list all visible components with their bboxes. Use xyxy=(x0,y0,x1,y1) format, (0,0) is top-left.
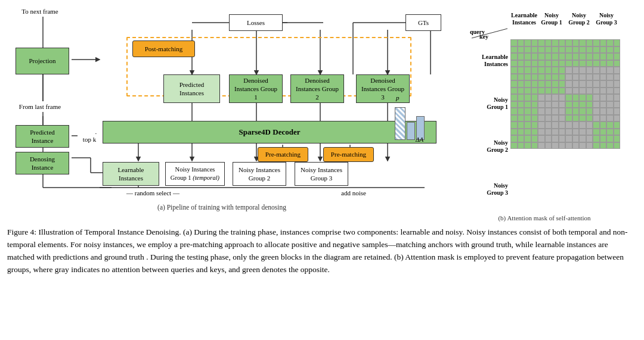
grid-cell xyxy=(545,60,552,67)
grid-cell xyxy=(572,67,580,74)
pre-matching2-box: Pre-matching xyxy=(323,147,374,162)
grid-cell xyxy=(600,60,607,67)
grid-cell xyxy=(600,67,607,74)
grid-cell xyxy=(559,121,566,129)
grid-cell xyxy=(524,129,531,136)
grid-cell xyxy=(593,142,600,149)
grid-cell xyxy=(593,74,600,81)
grid-cell xyxy=(510,74,518,81)
diagram-caption: (a) Pipeline of training with temporal d… xyxy=(7,204,436,211)
grid-cell xyxy=(600,46,607,54)
grid-cell xyxy=(538,94,545,101)
top-k-label: top k xyxy=(78,134,101,145)
grid-cell xyxy=(579,108,586,115)
predicted-instance-left-box: Predicted Instance xyxy=(16,125,69,148)
grid-cell xyxy=(606,60,614,67)
grid-cell xyxy=(531,67,538,74)
grid-cell xyxy=(614,101,621,108)
grid-cell xyxy=(572,74,580,81)
grid-cell xyxy=(524,108,531,115)
from-last-frame-label: From last frame xyxy=(13,101,67,112)
grid-cell xyxy=(600,115,607,122)
grid-cell xyxy=(593,39,600,46)
grid-cell xyxy=(614,142,621,149)
grid-cell xyxy=(559,142,566,149)
grid-cell xyxy=(545,46,552,54)
grid-cell xyxy=(545,135,552,142)
grid-cell xyxy=(606,142,614,149)
grid-cell xyxy=(518,74,525,81)
grid-cell xyxy=(531,121,538,129)
grid-cell xyxy=(531,94,538,101)
grid-cell xyxy=(579,142,586,149)
grid-cell xyxy=(545,88,552,95)
grid-cell xyxy=(552,121,559,129)
grid-cell xyxy=(524,101,531,108)
grid-cell xyxy=(559,115,566,122)
grid-cell xyxy=(531,88,538,95)
grid-cell xyxy=(586,101,593,108)
grid-cell xyxy=(579,60,586,67)
grid-cell xyxy=(565,121,572,129)
grid-cell xyxy=(559,108,566,115)
grid-cell xyxy=(593,129,600,136)
grid-cell xyxy=(552,46,559,54)
grid-cell xyxy=(538,80,545,88)
delta-a-label: ΔA xyxy=(416,136,423,143)
grid-cell xyxy=(524,39,531,46)
grid-cell xyxy=(510,80,518,88)
grid-cell xyxy=(524,115,531,122)
grid-cell xyxy=(524,80,531,88)
grid-cell xyxy=(518,135,525,142)
grid-cell xyxy=(565,39,572,46)
grid-cell xyxy=(510,67,518,74)
grid-cell xyxy=(518,88,525,95)
grid-cell xyxy=(614,39,621,46)
grid-cell xyxy=(600,74,607,81)
grid-cell xyxy=(559,135,566,142)
grid-cell xyxy=(565,67,572,74)
grid-cell xyxy=(606,108,614,115)
grid-cell xyxy=(586,39,593,46)
grid-cell xyxy=(518,101,525,108)
bar-1 xyxy=(395,107,405,140)
grid-cell xyxy=(586,129,593,136)
grid-cell xyxy=(614,121,621,129)
grid-cell xyxy=(572,101,580,108)
grid-cell xyxy=(524,67,531,74)
grid-cell xyxy=(518,121,525,129)
grid-cell xyxy=(572,60,580,67)
grid-cell xyxy=(538,53,545,60)
grid-cell xyxy=(586,108,593,115)
diagram-section: To next frame Projection From last frame… xyxy=(7,6,446,211)
grid-cell xyxy=(538,121,545,129)
grid-cell xyxy=(586,121,593,129)
grid-cell xyxy=(538,88,545,95)
grid-cell xyxy=(531,39,538,46)
grid-cell xyxy=(593,108,600,115)
grid-cell xyxy=(552,115,559,122)
grid-cell xyxy=(579,115,586,122)
grid-cell xyxy=(524,135,531,142)
grid-cell xyxy=(510,94,518,101)
grid-cell xyxy=(579,88,586,95)
grid-cell xyxy=(545,108,552,115)
grid-cell xyxy=(579,129,586,136)
grid-cell xyxy=(518,39,525,46)
bar-chart xyxy=(395,98,434,140)
grid-cell xyxy=(538,46,545,54)
grid-cell xyxy=(606,129,614,136)
grid-cell xyxy=(572,46,580,54)
grid-cell xyxy=(586,115,593,122)
grid-cell xyxy=(545,67,552,74)
grid-cell xyxy=(572,115,580,122)
grid-cell xyxy=(593,94,600,101)
grid-cell xyxy=(600,108,607,115)
grid-cell xyxy=(572,88,580,95)
grid-cell xyxy=(572,129,580,136)
grid-cell xyxy=(538,115,545,122)
grid-cell xyxy=(565,80,572,88)
grid-cell xyxy=(593,80,600,88)
grid-cell xyxy=(614,135,621,142)
grid-cell xyxy=(510,53,518,60)
